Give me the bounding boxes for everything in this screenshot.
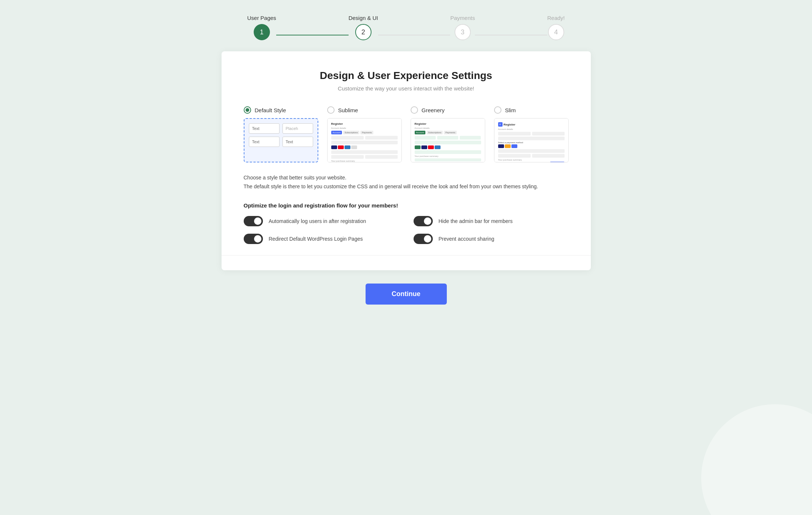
connector-1 <box>276 35 349 35</box>
radio-sublime[interactable] <box>327 106 335 114</box>
radio-slim[interactable] <box>494 106 501 114</box>
toggle-label-hide-admin: Hide the admin bar for members <box>439 218 513 224</box>
continue-button-wrapper: Continue <box>366 284 447 305</box>
style-option-slim[interactable]: Slim R Register Account details <box>494 106 569 162</box>
step-1: User Pages 1 <box>247 15 276 40</box>
preview-placeholder: Placeh <box>282 123 313 134</box>
preview-text-3: Text <box>282 137 313 147</box>
step-3: Payments 3 <box>450 15 475 40</box>
style-label-default: Default Style <box>255 107 286 113</box>
toggle-row-auto-login: Automatically log users in after registr… <box>244 216 399 226</box>
style-option-default[interactable]: Default Style Text Placeh Text Text <box>244 106 318 162</box>
toggle-label-prevent-sharing: Prevent account sharing <box>439 236 494 242</box>
step-2-label: Design & UI <box>349 15 378 21</box>
style-option-sublime[interactable]: Sublime Register Account details Account… <box>327 106 402 162</box>
preview-greenery: Register Account details Account Subscri… <box>411 118 485 162</box>
preview-text-2: Text <box>249 137 280 147</box>
preview-default: Text Placeh Text Text <box>244 118 318 162</box>
step-4: Ready! 4 <box>547 15 565 40</box>
stepper: User Pages 1 Design & UI 2 Payments 3 Re… <box>247 15 565 40</box>
step-4-label: Ready! <box>547 15 565 21</box>
preview-slim: R Register Account details Select a paym… <box>494 118 569 162</box>
step-1-circle: 1 <box>254 24 270 40</box>
connector-line-1 <box>276 35 349 35</box>
toggle-redirect-login[interactable] <box>244 234 263 244</box>
description-line2: The default style is there to let you cu… <box>244 183 538 189</box>
card-divider <box>222 255 591 255</box>
step-2: Design & UI 2 <box>349 15 378 40</box>
style-label-greenery: Greenery <box>422 107 445 113</box>
toggle-label-auto-login: Automatically log users in after registr… <box>269 218 366 224</box>
style-option-greenery[interactable]: Greenery Register Account details Accoun… <box>411 106 485 162</box>
connector-line-2 <box>378 35 450 35</box>
card-title: Design & User Experience Settings <box>244 70 569 82</box>
optimize-heading: Optimize the login and registration flow… <box>244 202 569 209</box>
step-1-label: User Pages <box>247 15 276 21</box>
toggle-label-redirect-login: Redirect Default WordPress Login Pages <box>269 236 363 242</box>
connector-line-3 <box>475 35 547 35</box>
toggle-row-redirect-login: Redirect Default WordPress Login Pages <box>244 234 399 244</box>
connector-2 <box>378 35 450 35</box>
step-3-circle: 3 <box>455 24 471 40</box>
toggle-row-hide-admin: Hide the admin bar for members <box>414 216 569 226</box>
preview-text-1: Text <box>249 123 280 134</box>
step-4-circle: 4 <box>548 24 564 40</box>
step-3-label: Payments <box>450 15 475 21</box>
radio-greenery[interactable] <box>411 106 418 114</box>
toggle-hide-admin[interactable] <box>414 216 433 226</box>
radio-default[interactable] <box>244 106 251 114</box>
card-subtitle: Customize the way your users interact wi… <box>244 85 569 92</box>
toggle-options: Automatically log users in after registr… <box>244 216 569 244</box>
connector-3 <box>475 35 547 35</box>
step-2-circle: 2 <box>355 24 371 40</box>
toggle-prevent-sharing[interactable] <box>414 234 433 244</box>
description-line1: Choose a style that better suits your we… <box>244 175 347 181</box>
continue-button[interactable]: Continue <box>366 284 447 305</box>
style-options: Default Style Text Placeh Text Text <box>244 106 569 162</box>
description: Choose a style that better suits your we… <box>244 174 569 191</box>
preview-sublime: Register Account details Account Subscri… <box>327 118 402 162</box>
style-label-slim: Slim <box>505 107 516 113</box>
toggle-auto-login[interactable] <box>244 216 263 226</box>
toggle-row-prevent-sharing: Prevent account sharing <box>414 234 569 244</box>
style-label-sublime: Sublime <box>338 107 358 113</box>
main-card: Design & User Experience Settings Custom… <box>222 51 591 270</box>
